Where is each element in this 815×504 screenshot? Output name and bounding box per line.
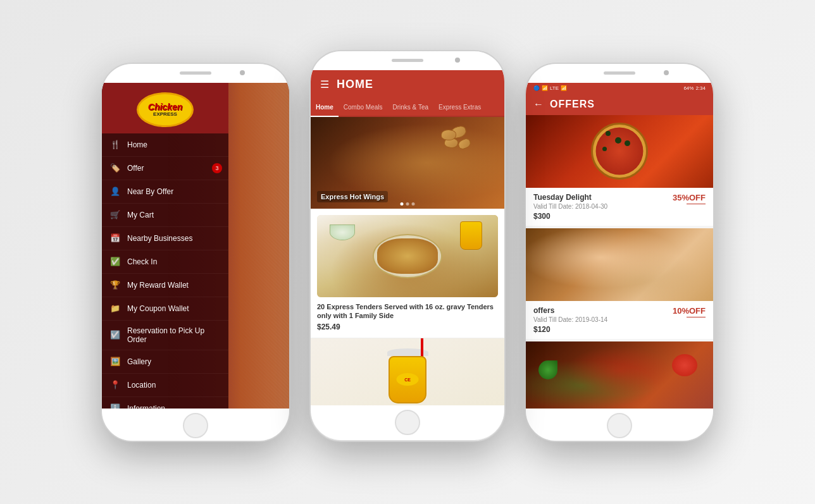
menu-label-home: Home xyxy=(127,140,147,149)
discount-line-2 xyxy=(687,317,706,317)
offer-icon: 🏷️ xyxy=(109,163,121,174)
phone-bottom-left xyxy=(102,409,289,442)
offer-name-offers: offers xyxy=(533,306,673,315)
phone-top-right xyxy=(526,64,713,83)
offer-card-sunday[interactable]: sunday offer Valid Till Date: 2019-01-20… xyxy=(526,341,713,409)
speaker-center xyxy=(392,59,423,62)
home-icon: 🍴 xyxy=(109,139,121,151)
nav-tabs: Home Combo Meals Drinks & Tea Express Ex… xyxy=(311,99,504,117)
menu-item-home[interactable]: 🍴 Home xyxy=(102,133,228,157)
menu-item-nearby-offer[interactable]: 👤 Near By Offer xyxy=(102,180,228,204)
menu-item-check-in[interactable]: ✅ Check In xyxy=(102,250,228,274)
gallery-icon: 🖼️ xyxy=(109,356,121,367)
discount-line-1 xyxy=(687,204,706,204)
offer-discount-offers: 10%OFF xyxy=(673,306,706,316)
speaker-left xyxy=(180,71,211,75)
battery-level: 64% xyxy=(683,85,694,91)
tab-drinks-tea[interactable]: Drinks & Tea xyxy=(388,99,434,117)
topping-1 xyxy=(606,131,611,136)
offers-list: Tuesday Delight Valid Till Date: 2018-04… xyxy=(526,115,713,409)
hero-dot-1 xyxy=(401,202,404,206)
offer-text-offers: offers Valid Till Date: 2019-03-14 $120 xyxy=(533,306,673,334)
phone-top-center xyxy=(311,51,504,70)
tab-combo-meals[interactable]: Combo Meals xyxy=(339,99,388,117)
lte-label: LTE xyxy=(550,85,559,91)
chicken-logo-cup: CE xyxy=(397,373,419,386)
offer-card-tuesday[interactable]: Tuesday Delight Valid Till Date: 2018-04… xyxy=(526,115,713,226)
camera-right xyxy=(664,70,669,75)
food-card-image xyxy=(317,215,498,297)
hero-dot-2 xyxy=(406,202,409,206)
home-button-right[interactable] xyxy=(607,413,632,438)
menu-item-reservation[interactable]: ☑️ Reservation to Pick Up Order xyxy=(102,321,228,350)
garnish-visual xyxy=(526,341,713,409)
side-menu: Chicken EXPRESS 🍴 Home 🏷️ Offer 3 xyxy=(102,83,228,409)
menu-label-offer: Offer xyxy=(127,164,144,173)
time-display: 2:34 xyxy=(695,85,706,91)
offer-price-offers: $120 xyxy=(533,325,673,334)
offer-validity-tuesday: Valid Till Date: 2018-04-30 xyxy=(533,203,673,210)
status-icons-left: 🔵 📶 LTE 📶 xyxy=(533,85,567,91)
reservation-icon: ☑️ xyxy=(109,329,121,341)
food-card: 20 Express Tenders Served with 16 oz. gr… xyxy=(311,209,504,339)
menu-item-offer[interactable]: 🏷️ Offer 3 xyxy=(102,157,228,180)
speaker-right xyxy=(604,71,635,75)
hamburger-icon[interactable]: ☰ xyxy=(320,78,329,90)
nuggets-visual xyxy=(444,126,495,158)
home-button-left[interactable] xyxy=(183,413,208,438)
food-card-title: 20 Express Tenders Served with 16 oz. gr… xyxy=(317,302,498,321)
screen-right: 🔵 📶 LTE 📶 64% 2:34 ← OFFERS xyxy=(526,83,713,409)
menu-label-reservation: Reservation to Pick Up Order xyxy=(127,326,221,344)
phone-bottom-center xyxy=(311,405,504,440)
topping-2 xyxy=(615,137,621,144)
coupon-icon: 📁 xyxy=(109,303,121,314)
side-bowl xyxy=(330,224,355,240)
pizza-circle xyxy=(591,123,648,180)
camera-center xyxy=(455,58,460,63)
offer-card-offers[interactable]: offers Valid Till Date: 2019-03-14 $120 … xyxy=(526,228,713,339)
menu-item-nearby-businesses[interactable]: 📅 Nearby Businesses xyxy=(102,227,228,250)
menu-item-location[interactable]: 📍 Location xyxy=(102,374,228,397)
menu-label-nearby-offer: Near By Offer xyxy=(127,187,173,196)
home-button-center[interactable] xyxy=(395,410,420,435)
wifi-icon: 📶 xyxy=(542,85,548,91)
offer-discount-block-offers: 10%OFF xyxy=(673,306,706,317)
menu-label-my-cart: My Cart xyxy=(127,211,154,219)
nearby-businesses-icon: 📅 xyxy=(109,233,121,244)
screen-center: ☰ HOME Home Combo Meals Drinks & Tea Exp… xyxy=(311,70,504,405)
food-card-visual xyxy=(317,215,498,297)
menu-item-reward-wallet[interactable]: 🏆 My Reward Wallet xyxy=(102,274,228,297)
menu-label-reward: My Reward Wallet xyxy=(127,281,189,290)
center-title: HOME xyxy=(337,78,373,91)
menu-label-check-in: Check In xyxy=(127,257,157,266)
camera-left xyxy=(240,70,245,75)
plate-circle xyxy=(373,234,442,278)
nugget-4 xyxy=(440,128,456,140)
menu-item-my-cart[interactable]: 🛒 My Cart xyxy=(102,204,228,227)
menu-item-coupon-wallet[interactable]: 📁 My Coupon Wallet xyxy=(102,297,228,321)
information-icon: ℹ️ xyxy=(109,403,121,409)
food-card-price: $25.49 xyxy=(317,323,498,331)
phone-top-left xyxy=(102,64,289,83)
side-cup xyxy=(460,221,482,250)
back-arrow[interactable]: ← xyxy=(533,99,544,110)
phone-left: Chicken EXPRESS 🍴 Home 🏷️ Offer 3 xyxy=(101,63,290,442)
menu-label-information: Information xyxy=(127,404,165,409)
garnish-tomato xyxy=(672,354,697,376)
plate-visual xyxy=(317,215,498,297)
nearby-offer-icon: 👤 xyxy=(109,186,121,197)
offer-image-sunday xyxy=(526,341,713,409)
menu-item-gallery[interactable]: 🖼️ Gallery xyxy=(102,350,228,374)
offer-image-pizza xyxy=(526,115,713,188)
offer-validity-offers: Valid Till Date: 2019-03-14 xyxy=(533,316,673,323)
logo-sub: EXPRESS xyxy=(148,111,182,117)
hero-dots xyxy=(401,202,415,206)
drink-banner: CE xyxy=(311,338,504,405)
phone-bottom-right xyxy=(526,409,713,442)
menu-item-information[interactable]: ℹ️ Information xyxy=(102,397,228,409)
tab-express-extras[interactable]: Express Extras xyxy=(433,99,486,117)
status-bar: 🔵 📶 LTE 📶 64% 2:34 xyxy=(526,83,713,94)
pizza-visual xyxy=(526,115,713,188)
offer-discount-block-tuesday: 35%OFF xyxy=(673,193,706,204)
tab-home[interactable]: Home xyxy=(311,99,339,117)
